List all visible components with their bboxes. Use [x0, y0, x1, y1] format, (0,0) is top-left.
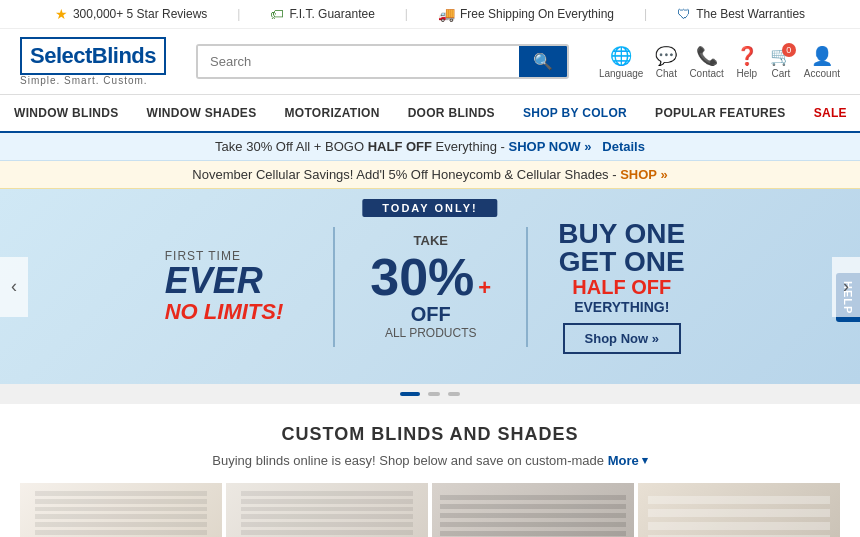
- hero-prev-button[interactable]: ‹: [0, 257, 28, 317]
- hero-buy-one: BUY ONE: [558, 220, 685, 248]
- divider-3: |: [644, 7, 647, 21]
- product-card-3[interactable]: [432, 483, 634, 537]
- reviews-text: 300,000+ 5 Star Reviews: [73, 7, 207, 21]
- contact-label: Contact: [689, 68, 723, 79]
- product-card-2[interactable]: [226, 483, 428, 537]
- more-label: More: [608, 453, 639, 468]
- chat-icon: 💬: [655, 45, 677, 67]
- hero-right-panel: BUY ONE GET ONE Half Off Everything! Sho…: [548, 220, 695, 354]
- hero-products-label: All Products: [370, 326, 491, 340]
- language-icon: 🌐: [599, 45, 644, 67]
- promo1-details[interactable]: Details: [602, 139, 645, 154]
- language-label: Language: [599, 68, 644, 79]
- custom-section-subtitle: Buying blinds online is easy! Shop below…: [20, 453, 840, 468]
- more-link[interactable]: More ▾: [608, 453, 648, 468]
- promo1-cta[interactable]: SHOP NOW »: [509, 139, 592, 154]
- chevron-down-icon: ▾: [642, 454, 648, 467]
- star-icon: ★: [55, 6, 68, 22]
- top-bar: ★ 300,000+ 5 Star Reviews | 🏷 F.I.T. Gua…: [0, 0, 860, 29]
- warranties-item[interactable]: 🛡 The Best Warranties: [677, 6, 805, 22]
- shipping-item[interactable]: 🚚 Free Shipping On Everything: [438, 6, 614, 22]
- cart-label: Cart: [770, 68, 792, 79]
- hero-dot-1[interactable]: [400, 392, 420, 396]
- promo1-suffix: Everything -: [436, 139, 509, 154]
- shipping-text: Free Shipping On Everything: [460, 7, 614, 21]
- nav-popular-features[interactable]: POPULAR FEATURES: [641, 96, 800, 130]
- promo2-text: November Cellular Savings! Add'l 5% Off …: [192, 167, 608, 182]
- hero-middle-panel: Take 30% + OFF All Products: [355, 233, 506, 340]
- divider-1: |: [237, 7, 240, 21]
- search-button[interactable]: 🔍: [519, 46, 567, 77]
- nav-sale[interactable]: SALE: [800, 96, 860, 130]
- product-card-4[interactable]: [638, 483, 840, 537]
- hero-left-panel: First Time EVER No Limits!: [165, 249, 314, 325]
- hero-take-label: Take: [370, 233, 491, 248]
- hero-dot-3[interactable]: [448, 392, 460, 396]
- contact-icon: 📞: [689, 45, 723, 67]
- hero-off-label: OFF: [370, 303, 491, 326]
- product-grid: [20, 483, 840, 537]
- truck-icon: 🚚: [438, 6, 455, 22]
- promo2-cta[interactable]: SHOP »: [620, 167, 667, 182]
- custom-section: CUSTOM BLINDS AND SHADES Buying blinds o…: [0, 404, 860, 537]
- search-icon: 🔍: [533, 53, 553, 70]
- guarantee-text: F.I.T. Guarantee: [289, 7, 374, 21]
- hero-dot-2[interactable]: [428, 392, 440, 396]
- hero-shop-now-button[interactable]: Shop Now »: [563, 323, 681, 354]
- logo[interactable]: SelectBlinds Simple. Smart. Custom.: [20, 37, 166, 86]
- warranties-text: The Best Warranties: [696, 7, 805, 21]
- promo1-bold: HALF OFF: [368, 139, 432, 154]
- account-label: Account: [804, 68, 840, 79]
- promo-bar-1: Take 30% Off All + BOGO HALF OFF Everyth…: [0, 133, 860, 161]
- divider-2: |: [405, 7, 408, 21]
- cart-count: 0: [782, 43, 796, 57]
- hero-banner: ‹ TODAY ONLY! First Time EVER No Limits!…: [0, 189, 860, 384]
- promo1-prefix: Take 30% Off All + BOGO: [215, 139, 368, 154]
- account-icon: 👤: [804, 45, 840, 67]
- hero-divider-2: [526, 227, 528, 347]
- nav-door-blinds[interactable]: DOOR BLINDS: [394, 96, 509, 130]
- promo-bar-2: November Cellular Savings! Add'l 5% Off …: [0, 161, 860, 189]
- help-label: Help: [736, 68, 758, 79]
- chat-button[interactable]: 💬 Chat: [655, 45, 677, 79]
- nav-motorization[interactable]: MOTORIZATION: [270, 96, 393, 130]
- search-input[interactable]: [198, 46, 519, 77]
- promo2-sep: -: [612, 167, 620, 182]
- search-wrap: 🔍: [196, 44, 569, 79]
- account-button[interactable]: 👤 Account: [804, 45, 840, 79]
- contact-button[interactable]: 📞 Contact: [689, 45, 723, 79]
- cart-button[interactable]: 🛒 0 Cart: [770, 45, 792, 79]
- hero-everything: Everything!: [558, 299, 685, 315]
- custom-section-title: CUSTOM BLINDS AND SHADES: [20, 424, 840, 445]
- hero-slogan: No Limits!: [165, 299, 284, 325]
- language-button[interactable]: 🌐 Language: [599, 45, 644, 79]
- search-box: 🔍: [196, 44, 569, 79]
- chat-label: Chat: [655, 68, 677, 79]
- logo-sub: Simple. Smart. Custom.: [20, 75, 166, 86]
- header-icons: 🌐 Language 💬 Chat 📞 Contact ❓ Help 🛒 0 C…: [599, 45, 840, 79]
- help-button[interactable]: ❓ Help: [736, 45, 758, 79]
- main-nav: WINDOW BLINDS WINDOW SHADES MOTORIZATION…: [0, 95, 860, 133]
- guarantee-item[interactable]: 🏷 F.I.T. Guarantee: [270, 6, 374, 22]
- hero-dots: [0, 384, 860, 404]
- custom-subtitle-text: Buying blinds online is easy! Shop below…: [212, 453, 604, 468]
- hero-percent: 30%: [370, 251, 474, 303]
- hero-half-off: Half Off: [558, 276, 685, 299]
- warranty-icon: 🛡: [677, 6, 691, 22]
- nav-shop-by-color[interactable]: SHOP BY COLOR: [509, 96, 641, 130]
- reviews-item[interactable]: ★ 300,000+ 5 Star Reviews: [55, 6, 207, 22]
- product-card-1[interactable]: [20, 483, 222, 537]
- hero-divider-1: [333, 227, 335, 347]
- header: SelectBlinds Simple. Smart. Custom. 🔍 🌐 …: [0, 29, 860, 95]
- hero-plus: +: [478, 275, 491, 301]
- logo-text: SelectBlinds: [30, 43, 156, 68]
- help-icon: ❓: [736, 45, 758, 67]
- hero-big-title: EVER: [165, 263, 284, 299]
- hero-next-button[interactable]: ›: [832, 257, 860, 317]
- fit-icon: 🏷: [270, 6, 284, 22]
- nav-window-shades[interactable]: WINDOW SHADES: [133, 96, 271, 130]
- hero-content: First Time EVER No Limits! Take 30% + OF…: [0, 189, 860, 384]
- nav-window-blinds[interactable]: WINDOW BLINDS: [0, 96, 133, 130]
- hero-get-one: GET ONE: [558, 248, 685, 276]
